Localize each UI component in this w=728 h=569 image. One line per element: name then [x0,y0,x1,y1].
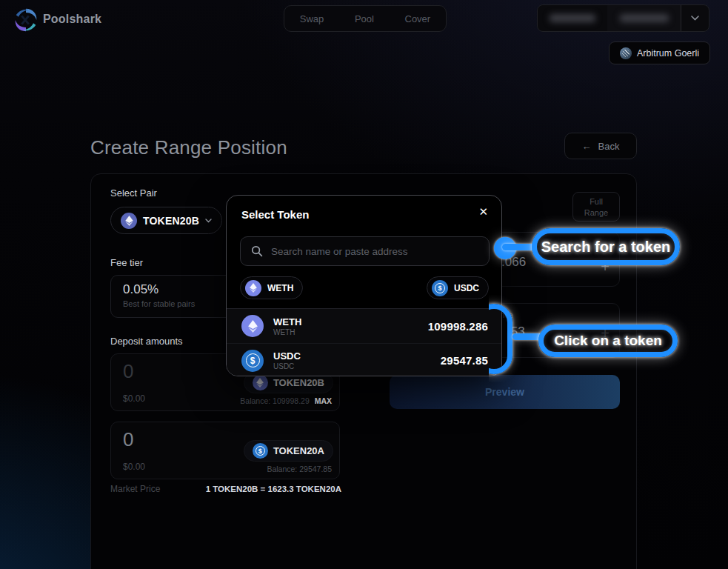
token-search-box [240,236,490,266]
fee-tier-label: Fee tier [110,257,143,268]
callout-connector-click [512,333,542,340]
wallet-dropdown-button[interactable] [681,5,709,31]
select-token-modal: Select Token ✕ WETH $ USDC [226,195,502,376]
wallet-widget[interactable] [537,4,709,32]
callout-connector-search [502,244,535,250]
chevron-down-icon [205,219,212,223]
usd-value: $0.00 [123,393,145,404]
nav-pool[interactable]: Pool [355,13,374,24]
wallet-balance-redacted [538,5,607,31]
market-price-label: Market Price [110,484,160,494]
back-button[interactable]: ← Back [564,133,637,159]
eth-token-icon [245,280,261,296]
max-button[interactable]: MAX [315,396,332,405]
nav-cover[interactable]: Cover [405,13,431,24]
eth-token-icon [121,213,137,229]
token-in-selector[interactable]: TOKEN20B [110,207,222,234]
usdc-token-icon: $ [432,280,448,296]
page-title: Create Range Position [90,136,287,159]
wallet-address-redacted [607,5,681,31]
token-symbol: TOKEN20B [273,377,324,388]
quick-token-usdc[interactable]: $ USDC [427,276,489,299]
back-label: Back [598,141,620,152]
token-row-weth[interactable]: WETH WETH 109998.286 [227,309,501,343]
usdc-token-icon: $ [241,350,264,372]
deposit-amounts-label: Deposit amounts [110,336,183,347]
token-search-input[interactable] [271,246,478,257]
search-icon [251,245,263,257]
usdc-token-icon: $ [253,443,268,459]
network-selector[interactable]: Arbitrum Goerli [609,41,710,64]
amount-input[interactable]: 0 [123,428,133,451]
deposit-input-token-out: 0 $0.00 $ TOKEN20A Balance: 29547.85 [110,422,340,479]
back-arrow-icon: ← [582,141,592,152]
chevron-down-icon [691,16,699,21]
eth-token-icon [241,315,264,337]
poolshark-logo-icon [12,6,40,34]
nav-swap[interactable]: Swap [300,13,324,24]
token-out-pill[interactable]: $ TOKEN20A [244,440,333,462]
market-price-value: 1 TOKEN20B = 1623.3 TOKEN20A [206,485,341,493]
balance-value: 29547.85 [299,465,332,473]
modal-title: Select Token [241,208,309,221]
callout-search-for-token: Search for a token [532,228,680,265]
arbitrum-icon [620,47,632,59]
token-row-usdc[interactable]: $ USDC USDC 29547.85 [227,343,501,376]
callout-click-on-token: Click on a token [538,325,678,357]
token-list: WETH WETH 109998.286 $ USDC USDC 29547.8… [227,308,501,376]
eth-token-icon [253,375,268,390]
main-nav: Swap Pool Cover [284,5,447,32]
token-balance: 29547.85 [441,354,488,367]
network-label: Arbitrum Goerli [637,48,699,59]
brand-name: Poolshark [43,13,101,26]
balance-value: 109998.29 [273,396,310,405]
quick-token-weth[interactable]: WETH [240,276,303,299]
token-symbol: TOKEN20A [273,445,324,456]
usd-value: $0.00 [123,462,145,472]
token-balance: 109998.286 [428,320,488,333]
balance-row: Balance: 29547.85 [267,465,332,473]
close-icon[interactable]: ✕ [478,205,488,219]
token-in-symbol: TOKEN20B [143,215,199,227]
full-range-button[interactable]: Full Range [572,192,620,222]
app-root: Poolshark Swap Pool Cover Arbitrum Goerl… [0,0,728,569]
balance-row: Balance: 109998.29 MAX [240,396,332,405]
select-pair-label: Select Pair [110,187,157,199]
amount-input[interactable]: 0 [123,360,133,383]
market-price-row: Market Price 1 TOKEN20B = 1623.3 TOKEN20… [110,484,341,494]
